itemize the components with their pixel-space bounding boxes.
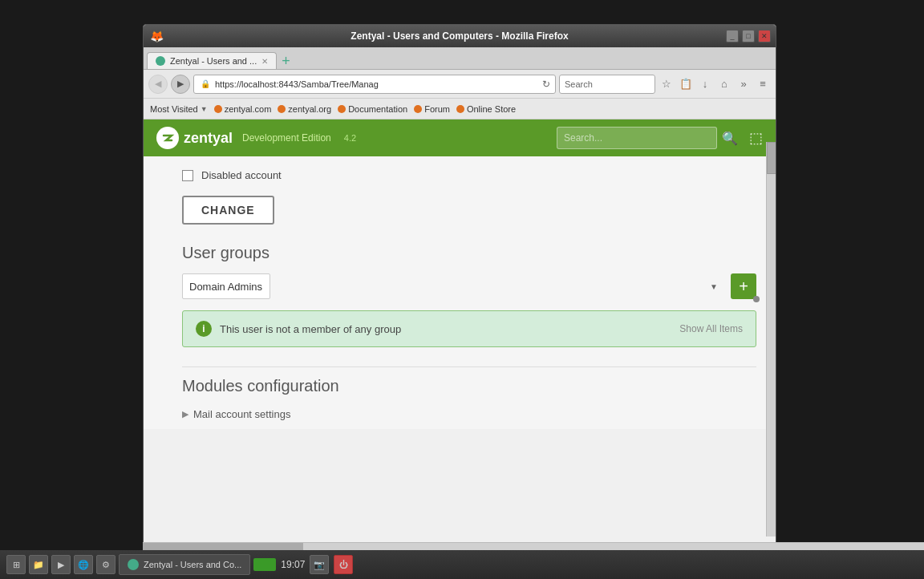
url-text: https://localhost:8443/Samba/Tree/Manag [215,79,539,89]
download-icon[interactable]: ↓ [697,76,713,92]
title-bar: 🦊 Zentyal - Users and Computers - Mozill… [144,25,776,47]
new-tab-button[interactable]: + [282,53,298,69]
zentyal-search-icon[interactable]: 🔍 [722,131,738,146]
back-button[interactable]: ◀ [148,75,168,94]
taskbar-indicator [253,558,276,571]
taskbar-settings-btn[interactable]: ⚙ [96,555,116,574]
info-banner-left: i This user is not a member of any group [196,321,401,337]
zentyal-search-area: 🔍 ⬚ [557,127,763,149]
info-message: This user is not a member of any group [220,323,401,335]
info-banner: i This user is not a member of any group… [182,310,756,347]
star-icon[interactable]: ☆ [659,76,675,92]
content-area: Disabled account CHANGE User groups Doma… [144,156,776,429]
show-all-items-link[interactable]: Show All Items [679,323,743,334]
browser-title: Zentyal - Users and Computers - Mozilla … [351,30,568,42]
group-select[interactable]: Domain Admins Domain Users Domain Guests [182,273,270,299]
taskbar-app-favicon [128,559,139,570]
change-button[interactable]: CHANGE [182,196,274,225]
bookmark-label-5: Online Store [467,104,516,114]
taskbar-sys-btn1[interactable]: 📷 [310,555,329,574]
tab-close-button[interactable]: ✕ [261,57,268,66]
edition-label: Development Edition [242,132,331,144]
logout-button[interactable]: ⬚ [749,129,763,147]
forward-button[interactable]: ▶ [171,75,190,94]
nav-icons: ☆ 📋 ↓ ⌂ » ≡ [659,76,771,92]
bottom-scrollbar[interactable] [143,542,924,550]
taskbar-sys-btn2[interactable]: ⏻ [334,555,353,574]
taskbar-sys: 19:07 📷 ⏻ [253,555,353,574]
bookmark-label-1: zentyal.com [225,104,272,114]
version-label: 4.2 [344,133,356,143]
group-select-wrapper: Domain Admins Domain Users Domain Guests [182,273,724,299]
taskbar: ⊞ 📁 ▶ 🌐 ⚙ Zentyal - Users and Co... 19:0… [0,550,924,579]
close-button[interactable]: ✕ [758,30,771,43]
add-group-button[interactable]: + [731,273,756,299]
taskbar-app-label: Zentyal - Users and Co... [144,560,241,569]
bookmark-dot-5 [456,105,464,113]
taskbar-files-btn[interactable]: 📁 [29,555,48,574]
nav-bar: ◀ ▶ 🔒 https://localhost:8443/Samba/Tree/… [144,70,776,99]
mail-settings-row[interactable]: ▶ Mail account settings [182,405,756,423]
zentyal-logo: zentyal [156,127,233,149]
minimize-button[interactable]: _ [726,30,739,43]
search-text: Search [565,79,593,89]
info-icon: i [196,321,212,337]
main-content: Disabled account CHANGE User groups Doma… [144,156,776,429]
zentyal-org-bookmark[interactable]: zentyal.org [278,104,331,114]
brand-name: zentyal [184,130,233,147]
modules-title: Modules configuration [182,377,756,395]
user-groups-title: User groups [182,244,756,262]
bookmark-dot-4 [414,105,422,113]
bookmark-label-2: zentyal.org [288,104,331,114]
tab-bar: Zentyal - Users and ... ✕ + [144,47,776,70]
taskbar-start-btn[interactable]: ⊞ [6,555,26,574]
window-controls: _ □ ✕ [726,30,771,43]
bookmark-dot-2 [278,105,286,113]
disabled-account-row: Disabled account [182,169,756,181]
taskbar-time: 19:07 [281,559,305,570]
most-visited-bookmark[interactable]: Most Visited ▼ [150,104,208,114]
browser-tab[interactable]: Zentyal - Users and ... ✕ [147,52,277,69]
bookmark-dot-1 [214,105,222,113]
maximize-button[interactable]: □ [742,30,755,43]
zentyal-logo-icon [156,127,179,149]
scrollbar-track[interactable] [766,142,776,536]
bookmark-label-3: Documentation [348,104,407,114]
reload-button[interactable]: ↻ [542,79,550,90]
lock-icon: 🔒 [199,79,212,88]
bookmark-icon[interactable]: 📋 [678,76,694,92]
zentyal-search-input[interactable] [557,127,717,149]
taskbar-app-item[interactable]: Zentyal - Users and Co... [119,554,250,575]
online-store-bookmark[interactable]: Online Store [456,104,516,114]
browser-window: 🦊 Zentyal - Users and Computers - Mozill… [143,24,776,553]
url-bar[interactable]: 🔒 https://localhost:8443/Samba/Tree/Mana… [193,75,556,94]
bookmark-dot-3 [338,105,346,113]
most-visited-label: Most Visited [150,104,198,114]
mail-settings-label: Mail account settings [193,408,290,420]
tab-favicon [156,56,165,66]
browser-content: zentyal Development Edition 4.2 🔍 ⬚ Disa… [144,119,776,536]
scrollbar-thumb[interactable] [767,142,776,174]
bottom-scrollbar-thumb[interactable] [143,543,303,550]
browser-search-bar[interactable]: Search [559,75,655,94]
more-icon[interactable]: » [736,76,752,92]
expand-arrow-icon: ▶ [182,409,188,419]
menu-icon[interactable]: ≡ [755,76,771,92]
zentyal-com-bookmark[interactable]: zentyal.com [214,104,272,114]
taskbar-terminal-btn[interactable]: ▶ [51,555,71,574]
tab-label: Zentyal - Users and ... [170,56,257,66]
taskbar-browser-btn[interactable]: 🌐 [74,555,93,574]
home-icon[interactable]: ⌂ [716,76,732,92]
forum-bookmark[interactable]: Forum [414,104,450,114]
documentation-bookmark[interactable]: Documentation [338,104,407,114]
separator [182,366,756,367]
firefox-icon: 🦊 [150,30,163,43]
bookmarks-bar: Most Visited ▼ zentyal.com zentyal.org D… [144,99,776,119]
group-dropdown-row: Domain Admins Domain Users Domain Guests… [182,273,756,299]
disabled-account-label: Disabled account [201,169,282,181]
zentyal-header: zentyal Development Edition 4.2 🔍 ⬚ [144,119,776,156]
bookmark-label-4: Forum [424,104,450,114]
disabled-account-checkbox[interactable] [182,170,193,181]
